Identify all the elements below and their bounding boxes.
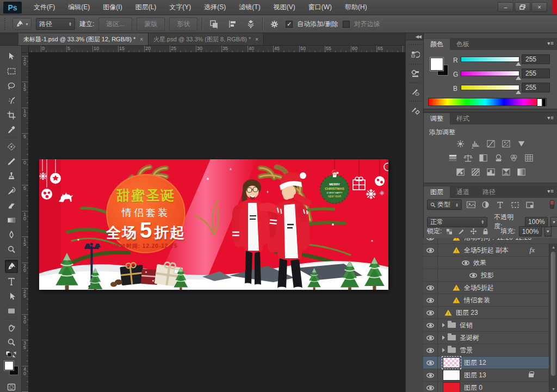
crop-tool[interactable] [5,109,18,122]
scroll-up-icon[interactable]: ▲ [549,244,557,250]
menu-layer[interactable]: 图层(L) [129,3,163,12]
visibility-toggle[interactable] [423,344,438,356]
blend-mode-select[interactable]: 正常 ▲▼ [427,217,487,227]
menu-select[interactable]: 选择(S) [197,3,232,12]
menu-window[interactable]: 窗口(W) [302,3,338,12]
layer-row-drop-shadow[interactable]: 投影 [423,269,549,282]
color-lookup-icon[interactable] [523,153,535,163]
eye-icon[interactable] [462,260,469,265]
blur-tool[interactable] [5,228,18,241]
channel-b-value[interactable]: 255 [522,83,550,92]
fill-dropdown-arrow[interactable]: ▼ [544,227,552,237]
channel-r-value[interactable]: 255 [522,54,550,64]
path-arrange-button[interactable] [244,18,258,30]
panel-menu-icon[interactable]: ▾≡ [547,40,554,46]
lasso-tool[interactable] [5,79,18,92]
type-tool[interactable] [5,275,18,288]
expand-triangle-icon[interactable] [442,323,445,327]
pen-tool[interactable] [5,260,18,273]
photo-filter-icon[interactable] [493,153,504,163]
menu-file[interactable]: 文件(F) [27,3,61,12]
levels-icon[interactable] [470,139,481,148]
visibility-toggle[interactable] [423,319,438,331]
posterize-icon[interactable] [470,167,481,177]
expand-triangle-icon[interactable] [442,335,445,340]
menu-type[interactable]: 文字(Y) [163,3,197,12]
layer-thumbnail[interactable] [443,370,460,381]
filter-smart-objects-icon[interactable] [524,200,535,210]
layer-thumbnail[interactable] [443,382,460,392]
brightness-contrast-icon[interactable] [455,139,466,148]
move-tool[interactable] [5,50,18,63]
color-controls-mini[interactable] [5,350,18,360]
slider-thumb[interactable] [516,62,521,66]
hue-saturation-icon[interactable] [447,153,459,163]
channel-r-slider[interactable] [461,57,519,62]
healing-brush-tool[interactable] [5,140,18,153]
align-edges-checkbox[interactable] [343,21,350,28]
restore-button[interactable] [515,2,530,12]
visibility-toggle[interactable] [423,238,438,244]
black-white-icon[interactable] [478,153,489,163]
tool-mode-select[interactable]: 路径 ▲▼ [36,18,75,30]
menu-image[interactable]: 图像(I) [96,3,128,12]
tab-styles[interactable]: 样式 [450,113,476,125]
exposure-icon[interactable] [500,139,512,148]
tab-layers[interactable]: 图层 [424,186,450,198]
tool-presets-panel-button[interactable] [407,103,423,118]
opacity-value[interactable]: 100% [525,217,548,227]
layer-row-12-selected[interactable]: 图层 12 [423,357,549,369]
opacity-dropdown-arrow[interactable]: ▼ [550,217,557,227]
magic-wand-tool[interactable] [5,94,18,107]
visibility-toggle[interactable] [423,307,438,319]
menu-filter[interactable]: 滤镜(T) [232,3,267,12]
gear-button[interactable] [267,18,281,30]
layer-row-0[interactable]: 图层 0 [423,382,549,392]
layer-row-couple-suit[interactable]: ! 情侣套装 [423,294,549,307]
threshold-icon[interactable] [485,167,497,177]
tab-close-icon[interactable]: × [255,36,258,42]
tool-preset-picker[interactable]: ▼ [13,18,32,30]
make-selection-button[interactable]: 选区... [98,17,132,31]
menu-help[interactable]: 帮助(H) [338,3,374,12]
collapse-panels-button[interactable]: ◀◀ [406,33,423,40]
brush-panel-button[interactable] [407,84,423,99]
visibility-toggle[interactable] [423,332,438,344]
selective-color-icon[interactable] [500,167,512,177]
foreground-color-swatch[interactable] [4,361,14,370]
path-selection-tool[interactable] [5,290,18,303]
filter-adjustment-layers-icon[interactable] [480,200,491,210]
panel-menu-icon[interactable]: ▾≡ [547,115,554,121]
channel-mixer-icon[interactable] [508,153,519,163]
channel-g-slider[interactable] [461,71,519,76]
slider-thumb[interactable] [516,90,521,94]
layers-scrollbar[interactable]: ▲ ▼ [549,244,557,392]
make-mask-button[interactable]: 蒙版 [137,17,165,31]
expand-triangle-icon[interactable] [442,348,445,352]
history-brush-tool[interactable] [5,184,18,197]
layer-filter-toggle[interactable] [550,200,554,209]
curves-icon[interactable] [485,139,497,148]
fx-badge[interactable]: fx [530,246,535,254]
layer-row-23[interactable]: ! 图层 23 [423,307,549,319]
visibility-toggle[interactable] [423,369,438,381]
layer-row-13[interactable]: 图层 13 [423,369,549,382]
document-canvas[interactable]: MERRY CHRISTMAS & VERY HAPPY NEW YEAR 甜蜜… [39,159,388,290]
channel-b-slider[interactable] [461,85,519,90]
visibility-toggle[interactable] [423,357,438,369]
path-operations-button[interactable] [207,18,221,30]
fill-value[interactable]: 100% [519,226,542,237]
filter-type-layers-icon[interactable] [494,200,506,210]
tab-channels[interactable]: 通道 [450,186,476,198]
channel-g-value[interactable]: 255 [522,69,550,78]
visibility-toggle[interactable] [423,282,438,294]
document-tab-mars[interactable]: 火星.psd @ 33.3% (图层 8, RGB/8) * × [148,33,264,45]
gradient-tool[interactable] [5,214,18,227]
scrollbar-thumb[interactable] [550,251,556,376]
tab-swatches[interactable]: 色板 [450,39,476,50]
eye-icon[interactable] [469,273,477,278]
scroll-down-icon[interactable]: ▼ [549,385,557,392]
spectrum-black[interactable] [542,98,546,107]
quick-mask-button[interactable] [5,381,18,392]
tab-color[interactable]: 颜色 [424,39,450,50]
